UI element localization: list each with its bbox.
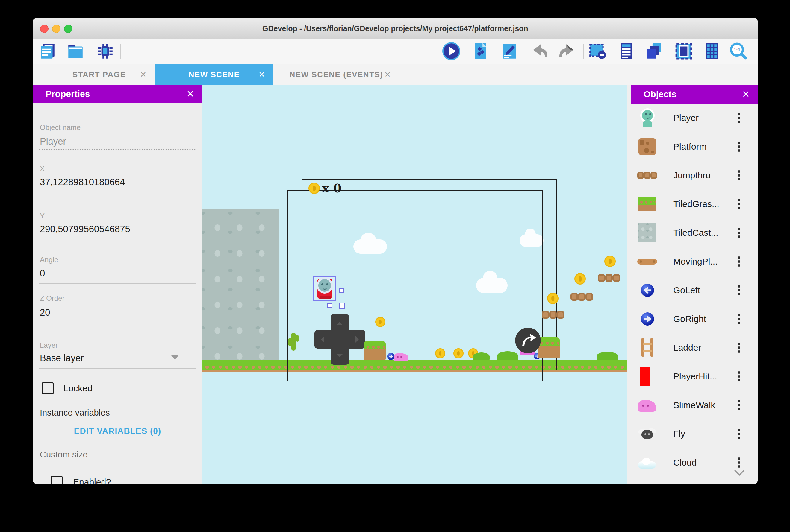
redo-icon[interactable] (558, 42, 577, 60)
layer-select[interactable]: Base layer (40, 353, 84, 363)
object-row-slimewalk[interactable]: SlimeWalk (627, 391, 758, 420)
row-menu-icon[interactable] (738, 170, 740, 173)
object-row-player[interactable]: Player (627, 103, 758, 133)
close-tab-icon[interactable]: ✕ (384, 70, 391, 79)
resize-handle[interactable] (339, 288, 344, 293)
object-row-ladder[interactable]: Ladder (627, 333, 758, 362)
locked-checkbox[interactable] (42, 382, 54, 394)
object-row-playerhitbox[interactable]: PlayerHit... (627, 362, 758, 391)
cactus-sprite[interactable] (288, 333, 299, 351)
platform-sprite[interactable] (364, 341, 386, 360)
slime-icon (637, 395, 658, 415)
resize-handle[interactable] (339, 303, 345, 309)
tab-new-scene-events[interactable]: NEW SCENE (EVENTS) ✕ (273, 64, 399, 85)
row-menu-icon[interactable] (738, 141, 740, 144)
x-field[interactable]: 37,12289810180664 (40, 177, 125, 188)
object-name-field[interactable]: Player (40, 136, 66, 147)
instances-list-icon[interactable] (617, 42, 636, 60)
coin-sprite[interactable] (604, 255, 616, 267)
object-row-platform[interactable]: Platform (627, 132, 758, 161)
close-objects-icon[interactable]: ✕ (742, 89, 750, 100)
player-sprite-selected[interactable] (313, 276, 336, 301)
enabled-checkbox[interactable] (51, 476, 62, 484)
row-menu-icon[interactable] (738, 199, 740, 202)
coin-sprite[interactable] (547, 292, 558, 304)
object-row-fly[interactable]: Fly (627, 419, 758, 449)
resize-handle[interactable] (327, 303, 332, 308)
objects-list-icon[interactable] (644, 42, 663, 60)
preview-play-icon[interactable] (442, 42, 461, 60)
angle-field[interactable]: 0 (40, 268, 45, 279)
grid-icon[interactable] (702, 42, 721, 60)
tab-new-scene[interactable]: NEW SCENE ✕ (155, 64, 273, 85)
platform-icon (637, 136, 658, 157)
row-menu-icon[interactable] (738, 343, 740, 345)
platform-sprite[interactable] (538, 337, 560, 359)
jumpthru-sprite[interactable] (598, 274, 605, 282)
chevron-down-icon[interactable] (171, 356, 179, 360)
jumpthru-sprite[interactable] (549, 311, 557, 319)
debug-icon[interactable] (96, 42, 114, 60)
row-menu-icon[interactable] (738, 429, 740, 431)
object-row-tiledcastle[interactable]: TiledCast... (627, 218, 758, 247)
bush-sprite[interactable] (596, 352, 618, 360)
z-order-label: Z Order (40, 294, 65, 303)
object-label: Platform (673, 132, 707, 161)
object-label: Cloud (673, 448, 697, 477)
jumpthru-sprite[interactable] (605, 274, 613, 282)
toolbar-separator (120, 44, 121, 59)
jumpthru-sprite[interactable] (578, 293, 586, 301)
object-row-goright[interactable]: GoRight (627, 305, 758, 334)
coin-sprite[interactable] (375, 317, 385, 327)
zoom-original-icon[interactable]: 1:1 (729, 42, 748, 60)
row-menu-icon[interactable] (738, 228, 740, 230)
undo-icon[interactable] (530, 42, 549, 60)
close-tab-icon[interactable]: ✕ (140, 70, 146, 79)
jumpthru-sprite[interactable] (542, 311, 549, 319)
object-row-tiledgrass[interactable]: TiledGras... (627, 190, 758, 219)
jumpthru-sprite[interactable] (557, 311, 564, 319)
fly-icon (637, 424, 658, 444)
coin-sprite[interactable] (574, 273, 586, 285)
enabled-label: Enabled? (73, 477, 111, 484)
row-menu-icon[interactable] (738, 400, 740, 402)
object-label: PlayerHit... (673, 362, 717, 391)
row-menu-icon[interactable] (738, 285, 740, 287)
z-order-field[interactable]: 20 (40, 307, 50, 318)
coin-sprite[interactable] (454, 348, 464, 359)
tab-start-page[interactable]: START PAGE ✕ (43, 64, 155, 85)
properties-header: Properties ✕ (33, 85, 202, 103)
render-zone-icon[interactable] (675, 42, 693, 60)
edit-variables-button[interactable]: EDIT VARIABLES (0) (33, 426, 202, 436)
export-project-icon[interactable] (471, 42, 490, 60)
jump-button-control[interactable] (515, 328, 541, 354)
jumpthru-sprite[interactable] (613, 274, 620, 282)
jumpthru-sprite[interactable] (570, 293, 578, 301)
row-menu-icon[interactable] (738, 314, 740, 316)
scene-canvas[interactable]: x 0 (202, 85, 627, 484)
object-row-partial[interactable] (627, 477, 758, 484)
field-underline (39, 322, 196, 322)
object-label: MovingPl... (673, 247, 718, 276)
row-menu-icon[interactable] (738, 371, 740, 374)
bush-sprite[interactable] (473, 353, 490, 360)
edit-scene-properties-icon[interactable] (500, 42, 519, 60)
y-field[interactable]: 290,50799560546875 (40, 224, 130, 234)
delete-selection-icon[interactable] (588, 42, 607, 60)
jumpthru-sprite[interactable] (586, 293, 593, 301)
row-menu-icon[interactable] (738, 457, 740, 460)
object-label: TiledGras... (673, 190, 719, 218)
object-row-goleft[interactable]: GoLeft (627, 276, 758, 305)
dpad-right-icon (355, 336, 362, 343)
coin-sprite[interactable] (435, 348, 445, 359)
row-menu-icon[interactable] (738, 256, 740, 259)
hud-coin-icon[interactable] (309, 183, 320, 194)
close-properties-icon[interactable]: ✕ (186, 88, 194, 100)
new-project-icon[interactable] (38, 42, 57, 60)
object-row-movingplatform[interactable]: MovingPl... (627, 247, 758, 276)
open-project-icon[interactable] (66, 42, 85, 60)
tiled-castle-sprite[interactable] (202, 209, 279, 360)
close-tab-icon[interactable]: ✕ (258, 70, 265, 79)
row-menu-icon[interactable] (738, 113, 740, 115)
object-row-jumpthru[interactable]: Jumpthru (627, 161, 758, 190)
